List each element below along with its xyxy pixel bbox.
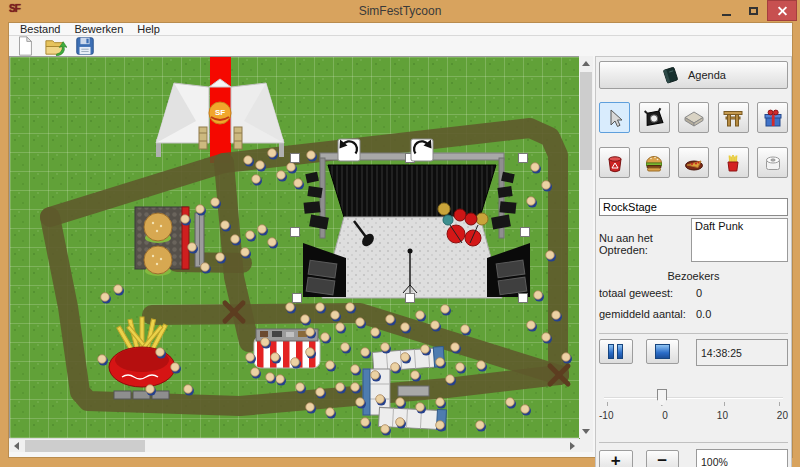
festival-map[interactable]: SF (10, 57, 580, 439)
average-visitors-label: gemiddeld aantal: (599, 308, 696, 320)
scrollbar-corner (579, 438, 593, 452)
slider-label-10: 10 (717, 410, 728, 421)
slider-tick (779, 402, 780, 406)
gift-icon (762, 107, 784, 129)
tool-select[interactable] (599, 102, 630, 133)
paving-tile-icon (683, 107, 705, 129)
total-visitors-label: totaal geweest: (599, 287, 696, 299)
arrow-right-icon (570, 442, 575, 450)
window-title: SimFestTycoon (0, 4, 800, 18)
menu-bar: Bestand Bewerken Help (9, 23, 792, 36)
slider-tick (607, 402, 608, 406)
toilet-roll-icon (762, 152, 784, 174)
minimize-icon (722, 14, 731, 16)
open-folder-icon (44, 35, 67, 58)
cursor-icon (604, 107, 626, 129)
now-performing-list[interactable]: Daft Punk (691, 218, 788, 262)
fries-icon (722, 152, 744, 174)
tool-fries[interactable] (718, 147, 749, 178)
close-button[interactable] (767, 0, 797, 21)
vertical-scroll-thumb[interactable] (580, 72, 592, 170)
app-window: SF SimFestTycoon Bestand Bewerken Help (0, 0, 800, 467)
section-divider (599, 442, 788, 443)
menu-help[interactable]: Help (130, 23, 167, 35)
arrow-up-icon (582, 61, 590, 66)
scroll-left-button[interactable] (9, 440, 23, 452)
pizza-icon (683, 152, 705, 174)
scroll-down-button[interactable] (580, 424, 592, 438)
pause-button[interactable] (599, 339, 633, 364)
svg-text:SF: SF (215, 108, 225, 117)
selection-handle[interactable] (519, 294, 528, 303)
tool-toilet[interactable] (757, 147, 788, 178)
stage-name-input[interactable] (599, 198, 788, 216)
zoom-out-button[interactable]: − (646, 450, 680, 467)
sidebar: Agenda (595, 56, 792, 467)
new-document-icon (14, 35, 36, 57)
picnic-benches[interactable] (114, 391, 169, 399)
tool-path[interactable] (678, 102, 709, 133)
visitors-header: Bezoekers (599, 270, 788, 282)
zoom-in-button[interactable]: + (599, 450, 633, 467)
tool-gate[interactable] (718, 102, 749, 133)
arrow-down-icon (582, 429, 590, 434)
tool-spotlight[interactable] (639, 102, 670, 133)
clock-display (696, 339, 788, 366)
tool-burger[interactable] (639, 147, 670, 178)
section-divider (599, 333, 788, 334)
slider-thumb[interactable] (657, 389, 667, 406)
save-file-button[interactable] (73, 36, 97, 56)
selection-handle[interactable] (406, 294, 415, 303)
toolbar (9, 36, 792, 56)
slider-label-0: 0 (662, 410, 668, 421)
stage-curtain (328, 165, 496, 217)
tool-palette (599, 102, 788, 178)
slider-label-max: 20 (777, 410, 788, 421)
now-performing-label: Nu aan het Optreden: (599, 218, 691, 262)
hamburger-icon (643, 152, 665, 174)
agenda-button-label: Agenda (688, 69, 726, 81)
maximize-button[interactable] (740, 0, 767, 21)
menu-bewerken[interactable]: Bewerken (67, 23, 130, 35)
tool-gift[interactable] (757, 102, 788, 133)
selection-handle[interactable] (291, 228, 300, 237)
average-visitors-value: 0.0 (696, 308, 711, 320)
speed-slider[interactable]: -10 0 10 20 (599, 388, 788, 426)
title-bar: SF SimFestTycoon (0, 0, 800, 22)
total-visitors-value: 0 (696, 287, 702, 299)
stage-floor (322, 217, 502, 298)
maximize-icon (749, 7, 758, 15)
trash-icon (604, 152, 626, 174)
menu-bestand[interactable]: Bestand (13, 23, 67, 35)
horizontal-scroll-thumb[interactable] (25, 440, 145, 452)
rotate-left-button[interactable] (338, 139, 360, 161)
stage-light-icon (643, 107, 665, 129)
scroll-right-button[interactable] (565, 440, 579, 452)
selection-handle[interactable] (291, 154, 300, 163)
selection-handle[interactable] (293, 294, 302, 303)
slider-track[interactable] (604, 397, 783, 399)
vertical-scrollbar[interactable] (579, 56, 593, 438)
horizontal-scrollbar[interactable] (9, 438, 579, 452)
stop-icon (655, 344, 670, 359)
bench[interactable] (195, 213, 204, 267)
tool-trash[interactable] (599, 147, 630, 178)
agenda-button[interactable]: Agenda (599, 61, 788, 89)
new-file-button[interactable] (13, 36, 37, 56)
scroll-up-button[interactable] (580, 56, 592, 70)
zoom-level-field[interactable] (696, 449, 788, 467)
performing-act[interactable]: Daft Punk (695, 220, 784, 232)
selection-handle[interactable] (519, 154, 528, 163)
gate-icon (722, 107, 744, 129)
slider-label-min: -10 (599, 410, 613, 421)
pause-icon (608, 344, 623, 359)
open-file-button[interactable] (43, 36, 67, 56)
selection-handle[interactable] (521, 228, 530, 237)
window-controls (713, 0, 797, 21)
stop-button[interactable] (646, 339, 680, 364)
close-icon (777, 5, 788, 16)
minimize-button[interactable] (713, 0, 740, 21)
tool-pizza[interactable] (678, 147, 709, 178)
rotate-right-button[interactable] (411, 139, 433, 161)
slider-tick (724, 402, 725, 406)
